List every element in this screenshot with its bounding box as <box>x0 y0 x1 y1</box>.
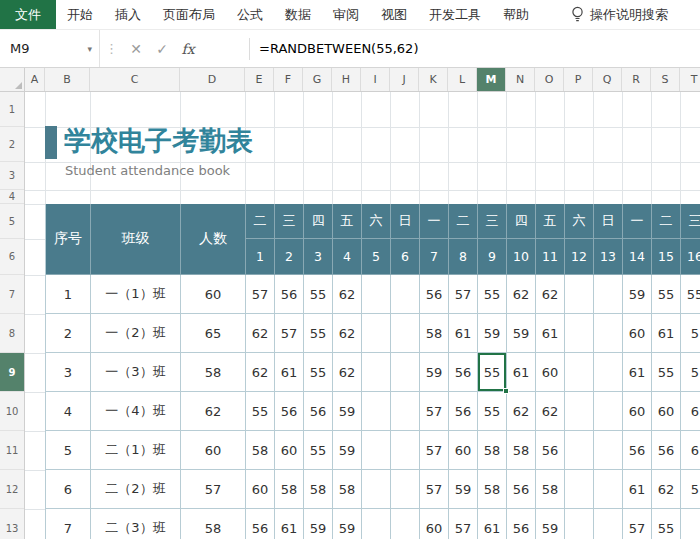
date-header[interactable]: 1 <box>246 239 275 275</box>
cell-day[interactable]: 57 <box>449 275 478 314</box>
cell-day[interactable] <box>362 314 391 353</box>
column-header-N[interactable]: N <box>506 68 535 91</box>
weekday-header[interactable]: 三 <box>478 204 507 239</box>
cell-day[interactable] <box>594 275 623 314</box>
date-header[interactable]: 8 <box>449 239 478 275</box>
cell-day[interactable] <box>565 431 594 470</box>
column-header-M[interactable]: M <box>477 68 506 91</box>
cell-day[interactable] <box>391 509 420 539</box>
cell-day[interactable] <box>565 392 594 431</box>
date-header[interactable]: 3 <box>304 239 333 275</box>
cell-day[interactable] <box>391 392 420 431</box>
cell-day[interactable]: 57 <box>623 509 652 539</box>
cell-class[interactable]: 二（3）班 <box>91 509 181 539</box>
weekday-header[interactable]: 一 <box>420 204 449 239</box>
column-header-D[interactable]: D <box>180 68 245 91</box>
cell-day[interactable]: 57 <box>246 275 275 314</box>
cell-day[interactable]: 62 <box>507 275 536 314</box>
column-header-Q[interactable]: Q <box>593 68 622 91</box>
cell-day[interactable] <box>391 470 420 509</box>
cell-day[interactable] <box>565 509 594 539</box>
date-header[interactable]: 6 <box>391 239 420 275</box>
date-header[interactable]: 2 <box>275 239 304 275</box>
cell-day[interactable]: 62 <box>333 353 362 392</box>
row-header-5[interactable]: 5 <box>0 204 24 239</box>
row-header-8[interactable]: 8 <box>0 314 24 353</box>
cell-day[interactable]: 61 <box>652 314 681 353</box>
cancel-icon[interactable]: ✕ <box>123 41 149 57</box>
date-header[interactable]: 12 <box>565 239 594 275</box>
cell-day[interactable]: 62 <box>652 470 681 509</box>
weekday-header[interactable]: 一 <box>623 204 652 239</box>
date-header[interactable]: 9 <box>478 239 507 275</box>
cell-day[interactable]: 62 <box>333 314 362 353</box>
cell-day[interactable]: 57 <box>275 314 304 353</box>
ribbon-tab-数据[interactable]: 数据 <box>274 0 322 29</box>
insert-function-icon[interactable]: fx <box>175 41 201 57</box>
row-header-4[interactable]: 4 <box>0 190 24 204</box>
cell-day[interactable]: 55 <box>304 353 333 392</box>
row-header-11[interactable]: 11 <box>0 431 24 470</box>
table-header-序号[interactable]: 序号 <box>46 204 91 275</box>
cell-day[interactable] <box>362 275 391 314</box>
formula-input[interactable]: =RANDBETWEEN(55,62) <box>259 41 418 56</box>
cell-day[interactable]: 6 <box>681 431 700 470</box>
cell-day[interactable]: 58 <box>420 314 449 353</box>
selected-cell[interactable]: 55 <box>478 353 507 392</box>
cell-day[interactable]: 61 <box>478 509 507 539</box>
cell-count[interactable]: 65 <box>181 314 246 353</box>
cell-day[interactable]: 62 <box>333 275 362 314</box>
cell-day[interactable]: 62 <box>536 275 565 314</box>
cell-day[interactable] <box>391 431 420 470</box>
cell-day[interactable]: 60 <box>652 392 681 431</box>
cell-day[interactable]: 56 <box>507 509 536 539</box>
cell-day[interactable]: 61 <box>623 470 652 509</box>
ribbon-tab-帮助[interactable]: 帮助 <box>492 0 540 29</box>
cell-day[interactable]: 55 <box>652 275 681 314</box>
cell-day[interactable]: 57 <box>420 392 449 431</box>
cell-no[interactable]: 6 <box>46 470 91 509</box>
cell-day[interactable]: 59 <box>333 509 362 539</box>
ribbon-tab-视图[interactable]: 视图 <box>370 0 418 29</box>
column-header-R[interactable]: R <box>622 68 651 91</box>
table-header-人数[interactable]: 人数 <box>181 204 246 275</box>
column-header-I[interactable]: I <box>361 68 390 91</box>
weekday-header[interactable]: 二 <box>652 204 681 239</box>
row-header-9[interactable]: 9 <box>0 353 24 392</box>
column-header-P[interactable]: P <box>564 68 593 91</box>
cell-day[interactable] <box>594 509 623 539</box>
cell-day[interactable]: 6 <box>681 392 700 431</box>
cell-day[interactable] <box>362 470 391 509</box>
cell-day[interactable]: 61 <box>449 314 478 353</box>
ribbon-tab-开发工具[interactable]: 开发工具 <box>418 0 492 29</box>
row-header-3[interactable]: 3 <box>0 162 24 190</box>
date-header[interactable]: 13 <box>594 239 623 275</box>
cell-day[interactable]: 59 <box>333 431 362 470</box>
cell-day[interactable]: 56 <box>623 431 652 470</box>
weekday-header[interactable]: 四 <box>304 204 333 239</box>
column-header-K[interactable]: K <box>419 68 448 91</box>
cell-day[interactable]: 55 <box>681 275 700 314</box>
cell-day[interactable]: 56 <box>420 275 449 314</box>
cell-day[interactable]: 60 <box>623 392 652 431</box>
cell-day[interactable]: 56 <box>246 509 275 539</box>
cell-day[interactable]: 62 <box>246 314 275 353</box>
name-box[interactable]: M9 ▾ <box>0 30 100 67</box>
fill-handle[interactable] <box>503 388 509 394</box>
cell-day[interactable]: 59 <box>536 509 565 539</box>
cell-day[interactable]: 56 <box>536 431 565 470</box>
cell-class[interactable]: 二（1）班 <box>91 431 181 470</box>
cell-day[interactable]: 55 <box>304 275 333 314</box>
date-header[interactable]: 10 <box>507 239 536 275</box>
cell-day[interactable]: 62 <box>536 392 565 431</box>
cell-day[interactable] <box>594 392 623 431</box>
row-header-6[interactable]: 6 <box>0 239 24 275</box>
weekday-header[interactable]: 日 <box>594 204 623 239</box>
date-header[interactable]: 11 <box>536 239 565 275</box>
cell-class[interactable]: 一（1）班 <box>91 275 181 314</box>
column-header-F[interactable]: F <box>274 68 303 91</box>
weekday-header[interactable]: 六 <box>565 204 594 239</box>
cell-day[interactable]: 58 <box>536 470 565 509</box>
cell-day[interactable] <box>594 353 623 392</box>
cell-day[interactable]: 60 <box>536 353 565 392</box>
